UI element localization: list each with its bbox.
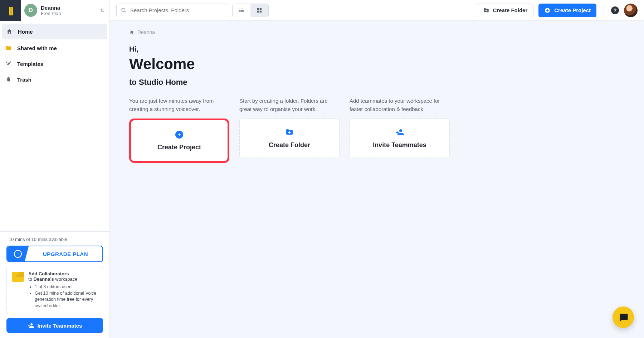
content-area: Deanna Hi, Welcome to Studio Home You ar… [110,21,644,338]
avatar-initial: D [24,4,37,17]
card-description: Add teammates to your workspace for fast… [350,97,450,114]
card-label: Create Project [157,144,201,151]
envelope-icon [12,272,24,282]
topbar: Create Folder Create Project ? [110,0,644,21]
sidebar: ||| D Deanna Free Plan ⇅ Home [0,0,110,338]
upgrade-plan-button[interactable]: ↑ UPGRADE PLAN [6,246,103,262]
upgrade-plan-label: UPGRADE PLAN [29,251,102,257]
upgrade-arrow-icon: ↑ [14,250,22,258]
invite-teammates-card[interactable]: Invite Teammates [350,119,450,158]
trash-icon [5,76,12,83]
sidebar-item-label: Trash [17,77,31,83]
chat-fab[interactable] [613,306,634,328]
create-folder-label: Create Folder [493,7,528,13]
plus-circle-icon: + [175,131,183,139]
page-title: Welcome [129,55,625,73]
create-project-card[interactable]: + Create Project [129,119,229,163]
collab-subheading: to Deanna's workspace [28,276,98,282]
sidebar-item-label: Home [18,29,33,35]
card-description: Start by creating a folder. Folders are … [239,97,340,114]
sidebar-header: ||| D Deanna Free Plan ⇅ [0,0,109,21]
account-plan: Free Plan [41,11,61,16]
collab-bullet: Get 10 mins of additional Voice generati… [35,290,98,309]
create-project-button[interactable]: Create Project [538,4,596,17]
invite-teammates-label: Invite Teammates [38,323,82,329]
sidebar-item-home[interactable]: Home [2,24,107,39]
app-logo[interactable]: ||| [0,0,21,21]
home-icon [129,30,135,35]
folder-add-icon [483,7,489,14]
invite-teammates-button[interactable]: Invite Teammates [6,318,103,333]
create-folder-card[interactable]: Create Folder [239,119,340,158]
sidebar-item-shared[interactable]: Shared with me [0,40,109,56]
chat-icon [618,312,629,323]
card-description: You are just few minutes away from creat… [129,97,229,114]
profile-avatar[interactable] [624,4,638,17]
help-button[interactable]: ? [611,6,619,14]
folder-add-icon [285,128,294,136]
welcome-cards: You are just few minutes away from creat… [129,97,625,163]
collab-heading: Add Collaborators [28,271,98,276]
person-add-icon [395,128,404,136]
templates-icon [5,60,12,67]
account-switcher[interactable]: D Deanna Free Plan ⇅ [21,4,109,17]
home-icon [6,28,13,35]
view-switch [232,4,269,17]
chevron-updown-icon: ⇅ [100,8,104,13]
card-label: Invite Teammates [373,141,426,149]
plus-circle-icon [544,7,551,14]
sidebar-item-templates[interactable]: Templates [0,56,109,72]
usage-minutes-label: 10 mins of 10 mins available [4,237,105,242]
page-subtitle: to Studio Home [129,78,625,87]
account-name: Deanna [41,5,61,11]
sidebar-item-label: Shared with me [17,45,57,51]
sidebar-bottom-panel: 10 mins of 10 mins available ↑ UPGRADE P… [0,232,109,338]
shared-folder-icon [5,44,12,52]
card-label: Create Folder [269,141,310,149]
collab-promo-card: Add Collaborators to Deanna's workspace … [6,266,103,314]
breadcrumb[interactable]: Deanna [129,29,625,35]
sidebar-nav: Home Shared with me Templates Trash [0,23,109,87]
breadcrumb-home: Deanna [137,29,155,35]
grid-view-button[interactable] [250,4,268,17]
list-view-button[interactable] [233,4,250,17]
create-folder-button[interactable]: Create Folder [477,4,534,17]
person-add-icon [28,322,34,329]
sidebar-item-label: Templates [17,61,43,67]
sidebar-item-trash[interactable]: Trash [0,72,109,87]
greeting-text: Hi, [129,45,625,53]
search-input-wrapper[interactable] [116,4,227,17]
search-icon [121,8,127,13]
collab-bullet: 1 of 3 editors used. [35,284,98,290]
search-input[interactable] [130,7,223,13]
create-project-label: Create Project [554,7,591,13]
